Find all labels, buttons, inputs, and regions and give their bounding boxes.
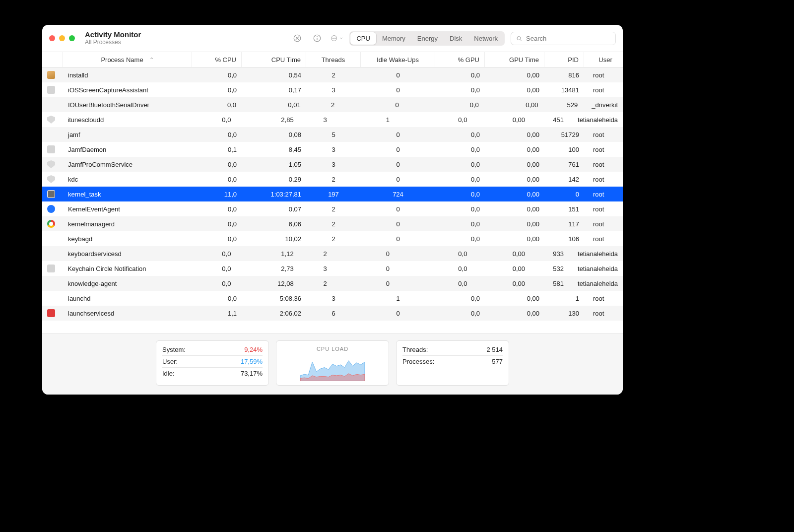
- search-field[interactable]: [511, 32, 616, 45]
- gpu-time: 0,00: [513, 250, 525, 258]
- threads: 3: [331, 146, 335, 153]
- process-name: launchd: [68, 295, 91, 302]
- table-row[interactable]: installd0,00,54200,00,00816root: [42, 67, 623, 82]
- table-row[interactable]: IOUserBluetoothSerialDriver0,00,01200,00…: [42, 97, 623, 112]
- table-row[interactable]: knowledge-agent0,012,08200,00,00581tetia…: [42, 276, 623, 291]
- idle-wakeups: 724: [393, 191, 403, 198]
- titlebar: Activity Monitor All Processes CPUMemory…: [42, 25, 623, 52]
- threads: 3: [331, 295, 335, 302]
- pid: 451: [553, 116, 564, 124]
- chevron-down-icon: [339, 35, 344, 41]
- col-icon[interactable]: [42, 52, 63, 67]
- col-wakeups[interactable]: Idle Wake-Ups: [361, 52, 435, 67]
- table-row[interactable]: iOSScreenCaptureAssistant0,00,17300,00,0…: [42, 82, 623, 97]
- tab-disk[interactable]: Disk: [444, 32, 468, 45]
- threads: 2: [331, 101, 334, 109]
- col-threads[interactable]: Threads: [306, 52, 361, 67]
- idle-wakeups: 0: [386, 250, 390, 258]
- tab-cpu[interactable]: CPU: [350, 32, 376, 45]
- chart-title: CPU LOAD: [317, 346, 348, 352]
- process-name: itunescloudd: [67, 116, 104, 124]
- user: tetianaleheida: [578, 280, 618, 287]
- table-row[interactable]: jamf0,00,08500,00,0051729root: [42, 127, 623, 142]
- cpu-pct: 0,0: [228, 161, 237, 168]
- process-table[interactable]: installd0,00,54200,00,00816rootiOSScreen…: [42, 67, 623, 333]
- gpu-time: 0,00: [527, 235, 539, 243]
- pid: 106: [568, 235, 579, 243]
- gpu-pct: 0,0: [471, 295, 480, 302]
- gpu-pct: 0,0: [458, 265, 467, 272]
- cpu-time: 0,29: [289, 176, 301, 183]
- process-name: keyboardservicesd: [67, 250, 121, 258]
- cpu-time: 0,01: [288, 101, 300, 109]
- process-name: JamfProCommService: [68, 161, 132, 168]
- cpu-time: 1,05: [289, 161, 301, 168]
- idle-wakeups: 0: [396, 161, 399, 168]
- cpu-load-chart: [300, 354, 365, 381]
- user: root: [593, 220, 604, 228]
- threads: 3: [331, 161, 335, 168]
- more-options-button[interactable]: [331, 32, 343, 45]
- pid: 13481: [561, 86, 579, 94]
- cpu-pct: 0,0: [228, 205, 237, 213]
- table-row[interactable]: launchservicesd1,12:06,02600,00,00130roo…: [42, 306, 623, 321]
- idle-wakeups: 0: [396, 310, 399, 317]
- table-row[interactable]: Keychain Circle Notification0,02,73300,0…: [42, 261, 623, 276]
- table-row[interactable]: JamfProCommService0,01,05300,00,00761roo…: [42, 157, 623, 172]
- cpu-time: 0,08: [289, 131, 301, 138]
- col-gpu-time[interactable]: GPU Time: [485, 52, 544, 67]
- gpu-pct: 0,0: [471, 191, 480, 198]
- table-row[interactable]: KernelEventAgent0,00,07200,00,00151root: [42, 201, 623, 216]
- tab-energy[interactable]: Energy: [411, 32, 444, 45]
- user: root: [593, 71, 604, 79]
- gpu-pct: 0,0: [470, 101, 479, 109]
- pid: 51729: [561, 131, 579, 138]
- user: root: [593, 205, 604, 213]
- table-row[interactable]: kernelmanagerd0,06,06200,00,00117root: [42, 216, 623, 231]
- close-button[interactable]: [49, 35, 55, 41]
- gpu-pct: 0,0: [471, 310, 480, 317]
- process-name: KernelEventAgent: [68, 205, 120, 213]
- process-name: launchservicesd: [68, 310, 114, 317]
- idle-wakeups: 1: [386, 116, 390, 124]
- table-row[interactable]: keybagd0,010,02200,00,00106root: [42, 231, 623, 246]
- gpu-pct: 0,0: [458, 116, 467, 124]
- tab-network[interactable]: Network: [468, 32, 504, 45]
- gpu-time: 0,00: [527, 220, 539, 228]
- col-cpu-time[interactable]: CPU Time: [242, 52, 306, 67]
- process-name: kdc: [68, 176, 78, 183]
- user: root: [593, 131, 604, 138]
- col-user[interactable]: User: [584, 52, 623, 67]
- svg-line-11: [520, 39, 521, 40]
- gpu-time: 0,00: [527, 146, 539, 153]
- table-row[interactable]: kdc0,00,29200,00,00142root: [42, 172, 623, 187]
- process-icon: [47, 250, 55, 258]
- process-icon: [47, 205, 55, 213]
- cpu-pct: 0,0: [228, 71, 237, 79]
- minimize-button[interactable]: [59, 35, 65, 41]
- col-pid[interactable]: PID: [544, 52, 584, 67]
- search-input[interactable]: [525, 34, 610, 43]
- gpu-pct: 0,0: [471, 161, 480, 168]
- table-row[interactable]: JamfDaemon0,18,45300,00,00100root: [42, 142, 623, 157]
- table-row[interactable]: kernel_task11,01:03:27,811977240,00,000r…: [42, 187, 623, 201]
- table-row[interactable]: itunescloudd0,02,85310,00,00451tetianale…: [42, 112, 623, 127]
- stop-process-button[interactable]: [291, 32, 304, 45]
- process-name: iOSScreenCaptureAssistant: [68, 86, 148, 94]
- info-button[interactable]: [311, 32, 324, 45]
- table-row[interactable]: keyboardservicesd0,01,12200,00,00933teti…: [42, 246, 623, 261]
- col-gpu[interactable]: % GPU: [435, 52, 485, 67]
- zoom-button[interactable]: [69, 35, 75, 41]
- threads: 3: [323, 116, 327, 124]
- process-icon: [47, 116, 55, 124]
- gpu-pct: 0,0: [471, 71, 480, 79]
- table-row[interactable]: launchd0,05:08,36310,00,001root: [42, 291, 623, 306]
- col-process-name[interactable]: Process Name ⌃: [63, 52, 192, 67]
- process-icon: [47, 145, 55, 153]
- pid: 816: [568, 71, 579, 79]
- tab-memory[interactable]: Memory: [376, 32, 411, 45]
- threads: 2: [331, 205, 335, 213]
- col-cpu[interactable]: % CPU: [192, 52, 242, 67]
- threads: 2: [323, 280, 327, 287]
- process-icon: [47, 265, 55, 272]
